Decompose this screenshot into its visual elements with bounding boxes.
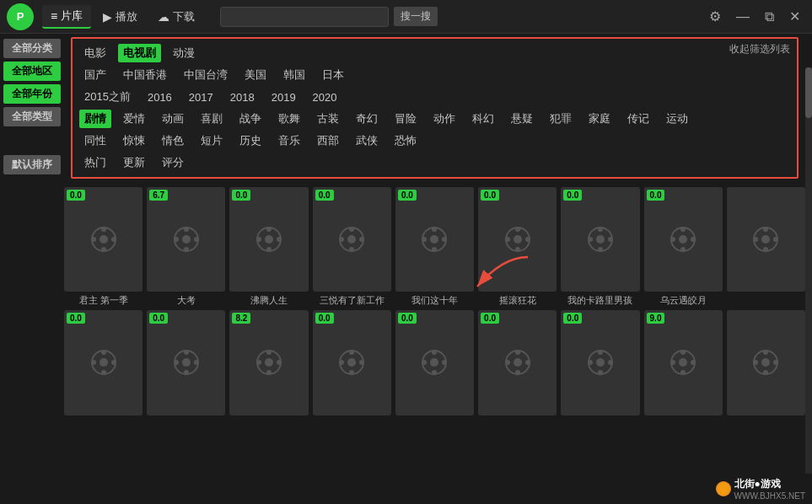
filter-mystery[interactable]: 悬疑 <box>506 110 538 128</box>
filter-lgbt[interactable]: 同性 <box>79 131 111 150</box>
filter-sort-score[interactable]: 评分 <box>157 153 189 172</box>
card-6[interactable]: 0.0 摇滚狂花 <box>478 187 557 307</box>
card-r2-3[interactable]: 8.2 <box>229 310 308 417</box>
svg-point-16 <box>256 237 261 242</box>
search-button[interactable]: 搜一搜 <box>394 7 438 26</box>
card-r2-score-4: 0.0 <box>315 313 334 324</box>
svg-point-57 <box>101 350 106 355</box>
card-2[interactable]: 6.7 大考 <box>147 187 225 307</box>
svg-point-60 <box>111 360 116 365</box>
filter-crime[interactable]: 犯罪 <box>545 110 577 128</box>
filter-short[interactable]: 短片 <box>196 131 228 150</box>
filter-tw[interactable]: 中国台湾 <box>179 66 233 84</box>
filter-year-before2015[interactable]: 2015之前 <box>79 88 136 106</box>
filter-us[interactable]: 美国 <box>239 66 272 84</box>
tab-play[interactable]: ▶ 播放 <box>94 6 146 28</box>
filter-year-2018[interactable]: 2018 <box>225 89 260 105</box>
filter-tvshow[interactable]: 电视剧 <box>118 44 161 62</box>
filter-romance[interactable]: 爱情 <box>118 110 150 128</box>
filter-movie[interactable]: 电影 <box>79 44 111 62</box>
filter-family[interactable]: 家庭 <box>583 110 616 128</box>
filter-adventure[interactable]: 冒险 <box>390 110 422 128</box>
tab-download[interactable]: ☁ 下载 <box>149 6 203 28</box>
filter-year-2020[interactable]: 2020 <box>308 89 342 105</box>
filter-erotic[interactable]: 情色 <box>157 131 189 150</box>
tab-library[interactable]: ≡ 片库 <box>42 5 91 29</box>
card-r2-8[interactable]: 9.0 <box>644 310 723 417</box>
filter-kr[interactable]: 韩国 <box>278 66 310 84</box>
filter-musical[interactable]: 歌舞 <box>273 110 305 128</box>
filter-animation[interactable]: 动画 <box>157 110 189 128</box>
search-input[interactable] <box>220 7 389 27</box>
filter-martial[interactable]: 武侠 <box>351 131 383 150</box>
card-r2-1[interactable]: 0.0 <box>64 310 143 417</box>
maximize-button[interactable]: ⧉ <box>760 8 779 26</box>
card-8[interactable]: 0.0 乌云遇皎月 <box>644 187 723 307</box>
filter-war[interactable]: 战争 <box>234 110 266 128</box>
filter-horror[interactable]: 恐怖 <box>390 131 422 150</box>
card-score-5: 0.0 <box>398 190 417 201</box>
card-7[interactable]: 0.0 我的卡路里男孩 <box>561 187 639 307</box>
sidebar-label-category[interactable]: 全部分类 <box>3 39 61 58</box>
sidebar-label-type[interactable]: 全部类型 <box>3 107 61 126</box>
filter-action[interactable]: 动作 <box>428 110 460 128</box>
filter-history[interactable]: 历史 <box>234 131 266 150</box>
minimize-button[interactable]: — <box>731 8 755 26</box>
card-r2-4[interactable]: 0.0 <box>313 310 391 417</box>
svg-point-68 <box>265 358 273 367</box>
filter-domestic[interactable]: 国产 <box>79 66 111 84</box>
filter-music[interactable]: 音乐 <box>273 131 305 150</box>
svg-point-105 <box>763 350 768 355</box>
cards-row1: 0.0 君主 第一季 6.7 大考 <box>64 182 805 308</box>
filter-year-2019[interactable]: 2019 <box>266 89 301 105</box>
card-9[interactable] <box>727 187 805 307</box>
svg-point-9 <box>184 247 189 252</box>
filter-comedy[interactable]: 喜剧 <box>196 110 228 128</box>
filter-year-2016[interactable]: 2016 <box>143 89 177 105</box>
card-title-4: 三悦有了新工作 <box>313 294 391 307</box>
svg-point-1 <box>99 235 108 244</box>
sidebar-label-year[interactable]: 全部年份 <box>3 84 61 104</box>
sidebar-label-region[interactable]: 全部地区 <box>3 62 61 81</box>
card-r2-5[interactable]: 0.0 <box>395 310 474 417</box>
filter-fantasy[interactable]: 奇幻 <box>351 110 383 128</box>
card-r2-score-5: 0.0 <box>398 313 417 324</box>
filter-biography[interactable]: 传记 <box>622 110 654 128</box>
card-3[interactable]: 0.0 沸腾人生 <box>229 187 308 307</box>
card-4[interactable]: 0.0 三悦有了新工作 <box>313 187 391 307</box>
svg-point-35 <box>525 237 530 242</box>
filter-sort-new[interactable]: 更新 <box>118 153 150 172</box>
scrollbar-thumb[interactable] <box>805 67 812 118</box>
svg-point-13 <box>265 235 273 244</box>
close-button[interactable]: ✕ <box>784 7 805 26</box>
card-r2-7[interactable]: 0.0 <box>561 310 639 417</box>
card-score-3: 0.0 <box>232 190 250 201</box>
card-r2-2[interactable]: 0.0 <box>147 310 225 417</box>
filter-costume[interactable]: 古装 <box>312 110 344 128</box>
sidebar-label-sort[interactable]: 默认排序 <box>3 155 61 174</box>
filter-jp[interactable]: 日本 <box>317 66 349 84</box>
filter-sort-hot[interactable]: 热门 <box>79 153 111 172</box>
filter-drama[interactable]: 剧情 <box>79 110 111 128</box>
filter-scifi[interactable]: 科幻 <box>467 110 499 128</box>
filter-hk[interactable]: 中国香港 <box>118 66 172 84</box>
svg-point-20 <box>349 227 354 232</box>
svg-point-106 <box>763 370 768 375</box>
scrollbar[interactable] <box>805 67 812 504</box>
filter-thriller[interactable]: 惊悚 <box>118 131 150 150</box>
card-5[interactable]: 0.0 我们这十年 <box>395 187 474 307</box>
filter-collapse-button[interactable]: 收起筛选列表 <box>729 42 790 56</box>
filter-sport[interactable]: 运动 <box>661 110 693 128</box>
titlebar: P ≡ 片库 ▶ 播放 ☁ 下载 搜一搜 ⚙ — ⧉ ✕ <box>0 0 812 34</box>
card-r2-9[interactable] <box>727 310 805 417</box>
settings-button[interactable]: ⚙ <box>704 7 726 26</box>
card-r2-6[interactable]: 0.0 <box>478 310 557 417</box>
logo-button[interactable]: P <box>7 3 34 30</box>
svg-point-89 <box>505 360 510 365</box>
filter-year-2017[interactable]: 2017 <box>184 89 218 105</box>
card-1[interactable]: 0.0 君主 第一季 <box>64 187 143 307</box>
filter-western[interactable]: 西部 <box>312 131 344 150</box>
filter-anime[interactable]: 动漫 <box>168 44 200 62</box>
svg-point-62 <box>182 358 191 367</box>
svg-point-41 <box>608 237 613 242</box>
